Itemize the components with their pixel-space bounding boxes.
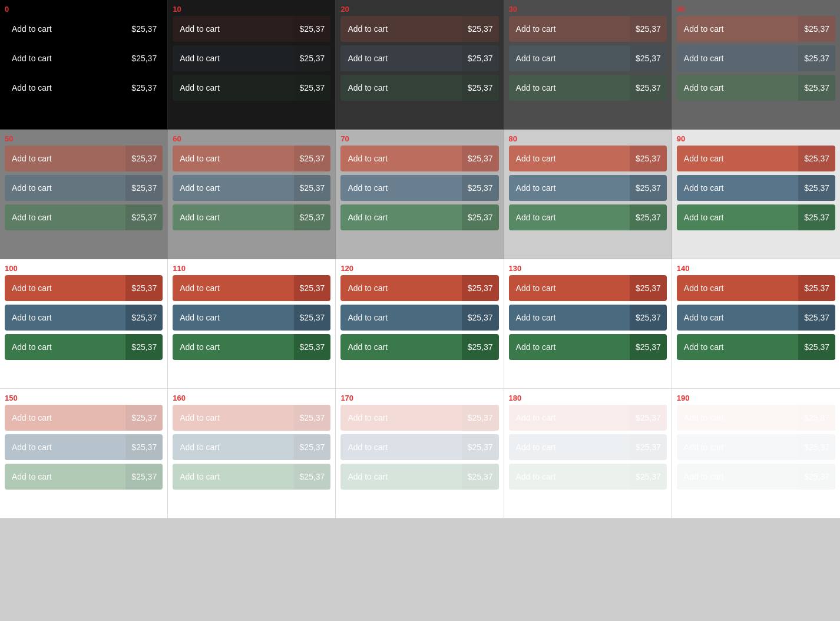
add-to-cart-button[interactable]: Add to cart$25,37	[173, 45, 330, 71]
button-label: Add to cart	[5, 75, 125, 101]
button-price: $25,37	[462, 464, 499, 490]
button-price: $25,37	[462, 146, 499, 171]
add-to-cart-button[interactable]: Add to cart$25,37	[509, 16, 667, 42]
button-label: Add to cart	[509, 75, 630, 101]
alpha-label: 0	[5, 5, 163, 14]
button-label: Add to cart	[340, 405, 461, 431]
add-to-cart-button[interactable]: Add to cart$25,37	[173, 16, 330, 42]
button-label: Add to cart	[173, 434, 293, 460]
button-price: $25,37	[294, 464, 331, 490]
add-to-cart-button[interactable]: Add to cart$25,37	[173, 204, 330, 230]
grid-cell: 100Add to cart$25,37Add to cart$25,37Add…	[0, 259, 168, 389]
add-to-cart-button[interactable]: Add to cart$25,37	[677, 75, 835, 101]
add-to-cart-button[interactable]: Add to cart$25,37	[5, 305, 163, 331]
add-to-cart-button[interactable]: Add to cart$25,37	[173, 146, 330, 171]
alpha-label: 50	[5, 134, 163, 143]
add-to-cart-button[interactable]: Add to cart$25,37	[173, 175, 330, 201]
alpha-label: 30	[509, 5, 667, 14]
button-price: $25,37	[798, 75, 835, 101]
button-label: Add to cart	[173, 464, 293, 490]
add-to-cart-button[interactable]: Add to cart$25,37	[340, 75, 498, 101]
add-to-cart-button[interactable]: Add to cart$25,37	[5, 334, 163, 360]
add-to-cart-button[interactable]: Add to cart$25,37	[340, 434, 498, 460]
add-to-cart-button[interactable]: Add to cart$25,37	[340, 305, 498, 331]
add-to-cart-button[interactable]: Add to cart$25,37	[340, 405, 498, 431]
button-label: Add to cart	[5, 16, 125, 42]
add-to-cart-button[interactable]: Add to cart$25,37	[509, 464, 667, 490]
add-to-cart-button[interactable]: Add to cart$25,37	[340, 175, 498, 201]
button-price: $25,37	[630, 45, 667, 71]
add-to-cart-button[interactable]: Add to cart$25,37	[340, 45, 498, 71]
add-to-cart-button[interactable]: Add to cart$25,37	[340, 204, 498, 230]
add-to-cart-button[interactable]: Add to cart$25,37	[173, 334, 330, 360]
button-price: $25,37	[462, 175, 499, 201]
add-to-cart-button[interactable]: Add to cart$25,37	[340, 464, 498, 490]
add-to-cart-button[interactable]: Add to cart$25,37	[5, 405, 163, 431]
add-to-cart-button[interactable]: Add to cart$25,37	[173, 464, 330, 490]
add-to-cart-button[interactable]: Add to cart$25,37	[340, 16, 498, 42]
add-to-cart-button[interactable]: Add to cart$25,37	[340, 334, 498, 360]
alpha-label: 40	[677, 5, 835, 14]
button-label: Add to cart	[173, 275, 293, 301]
button-price: $25,37	[798, 275, 835, 301]
add-to-cart-button[interactable]: Add to cart$25,37	[173, 434, 330, 460]
button-label: Add to cart	[340, 275, 461, 301]
add-to-cart-button[interactable]: Add to cart$25,37	[5, 275, 163, 301]
add-to-cart-button[interactable]: Add to cart$25,37	[509, 275, 667, 301]
button-price: $25,37	[798, 16, 835, 42]
add-to-cart-button[interactable]: Add to cart$25,37	[509, 175, 667, 201]
button-price: $25,37	[630, 75, 667, 101]
add-to-cart-button[interactable]: Add to cart$25,37	[677, 464, 835, 490]
add-to-cart-button[interactable]: Add to cart$25,37	[5, 45, 163, 71]
add-to-cart-button[interactable]: Add to cart$25,37	[677, 16, 835, 42]
add-to-cart-button[interactable]: Add to cart$25,37	[173, 275, 330, 301]
add-to-cart-button[interactable]: Add to cart$25,37	[677, 434, 835, 460]
add-to-cart-button[interactable]: Add to cart$25,37	[677, 146, 835, 171]
add-to-cart-button[interactable]: Add to cart$25,37	[5, 175, 163, 201]
add-to-cart-button[interactable]: Add to cart$25,37	[509, 146, 667, 171]
add-to-cart-button[interactable]: Add to cart$25,37	[173, 405, 330, 431]
add-to-cart-button[interactable]: Add to cart$25,37	[340, 146, 498, 171]
button-price: $25,37	[630, 305, 667, 331]
button-label: Add to cart	[509, 16, 630, 42]
add-to-cart-button[interactable]: Add to cart$25,37	[5, 434, 163, 460]
button-price: $25,37	[125, 204, 163, 230]
add-to-cart-button[interactable]: Add to cart$25,37	[5, 16, 163, 42]
add-to-cart-button[interactable]: Add to cart$25,37	[509, 305, 667, 331]
add-to-cart-button[interactable]: Add to cart$25,37	[5, 464, 163, 490]
button-price: $25,37	[798, 334, 835, 360]
button-label: Add to cart	[677, 175, 798, 201]
button-label: Add to cart	[677, 464, 798, 490]
add-to-cart-button[interactable]: Add to cart$25,37	[509, 434, 667, 460]
add-to-cart-button[interactable]: Add to cart$25,37	[5, 75, 163, 101]
add-to-cart-button[interactable]: Add to cart$25,37	[173, 305, 330, 331]
add-to-cart-button[interactable]: Add to cart$25,37	[340, 275, 498, 301]
button-price: $25,37	[125, 175, 163, 201]
button-price: $25,37	[294, 204, 331, 230]
button-label: Add to cart	[173, 175, 293, 201]
button-price: $25,37	[294, 146, 331, 171]
add-to-cart-button[interactable]: Add to cart$25,37	[5, 146, 163, 171]
add-to-cart-button[interactable]: Add to cart$25,37	[509, 405, 667, 431]
add-to-cart-button[interactable]: Add to cart$25,37	[677, 305, 835, 331]
add-to-cart-button[interactable]: Add to cart$25,37	[173, 75, 330, 101]
button-label: Add to cart	[340, 146, 461, 171]
button-label: Add to cart	[173, 305, 293, 331]
button-price: $25,37	[462, 16, 499, 42]
add-to-cart-button[interactable]: Add to cart$25,37	[509, 204, 667, 230]
add-to-cart-button[interactable]: Add to cart$25,37	[509, 75, 667, 101]
add-to-cart-button[interactable]: Add to cart$25,37	[677, 45, 835, 71]
add-to-cart-button[interactable]: Add to cart$25,37	[509, 45, 667, 71]
add-to-cart-button[interactable]: Add to cart$25,37	[677, 405, 835, 431]
button-label: Add to cart	[677, 16, 798, 42]
button-label: Add to cart	[5, 405, 125, 431]
button-label: Add to cart	[173, 16, 293, 42]
add-to-cart-button[interactable]: Add to cart$25,37	[677, 275, 835, 301]
button-price: $25,37	[294, 275, 331, 301]
add-to-cart-button[interactable]: Add to cart$25,37	[677, 175, 835, 201]
add-to-cart-button[interactable]: Add to cart$25,37	[509, 334, 667, 360]
add-to-cart-button[interactable]: Add to cart$25,37	[5, 204, 163, 230]
add-to-cart-button[interactable]: Add to cart$25,37	[677, 204, 835, 230]
add-to-cart-button[interactable]: Add to cart$25,37	[677, 334, 835, 360]
button-price: $25,37	[294, 45, 331, 71]
